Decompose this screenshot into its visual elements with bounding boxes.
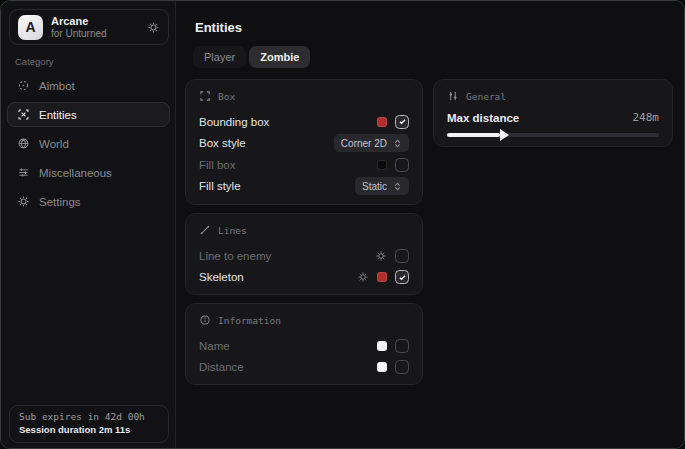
unfold-icon (393, 139, 402, 148)
box-style-dropdown[interactable]: Corner 2D (334, 134, 409, 152)
fill-style-dropdown[interactable]: Static (355, 177, 409, 195)
sidebar-item-label: World (39, 138, 69, 150)
information-card: Information Name Distance (185, 303, 423, 385)
general-card-title: General (466, 91, 506, 102)
crosshair-icon (17, 79, 30, 92)
info-icon (199, 314, 211, 326)
diagonal-line-icon (199, 224, 211, 236)
app-subtitle: for Unturned (51, 28, 139, 40)
color-swatch[interactable] (377, 272, 387, 282)
sidebar-item-label: Aimbot (39, 80, 75, 92)
sliders-icon (447, 90, 459, 102)
grid-icon (17, 166, 30, 179)
sidebar-nav: Aimbot Entities World (7, 73, 170, 218)
app-logo-card: A Arcane for Unturned (9, 9, 169, 45)
setting-row-fill-box: Fill box (199, 154, 409, 176)
corners-icon (199, 90, 211, 102)
subscription-footer: Sub expires in 42d 00h Session duration … (9, 405, 169, 443)
arcane-window: A Arcane for Unturned Category A (0, 0, 685, 449)
max-distance-value: 248m (633, 111, 660, 124)
bounding-box-checkbox[interactable] (395, 115, 409, 129)
gear-icon (17, 195, 30, 208)
general-card: General Max distance 248m (433, 79, 673, 147)
max-distance-slider[interactable] (447, 133, 659, 137)
scan-box-icon (17, 108, 30, 121)
color-swatch[interactable] (377, 341, 387, 351)
page-title: Entities (195, 20, 242, 35)
setting-row-box-style: Box style Corner 2D (199, 133, 409, 155)
setting-row-skeleton: Skeleton (199, 267, 409, 289)
globe-icon (17, 137, 30, 150)
main-content: Entities Player Zombie Box Bounding box (176, 1, 684, 448)
tab-zombie[interactable]: Zombie (249, 46, 310, 68)
sidebar-item-label: Settings (39, 196, 81, 208)
app-title: Arcane (51, 15, 139, 28)
max-distance-label: Max distance (447, 112, 633, 124)
sidebar-item-aimbot[interactable]: Aimbot (7, 73, 170, 98)
app-logo: A (18, 15, 43, 40)
gear-icon[interactable] (375, 250, 387, 262)
gear-icon[interactable] (357, 271, 369, 283)
setting-row-bounding-box: Bounding box (199, 111, 409, 133)
setting-row-name: Name (199, 335, 409, 357)
sidebar-item-entities[interactable]: Entities (7, 102, 170, 127)
fill-box-checkbox[interactable] (395, 158, 409, 172)
sidebar-item-settings[interactable]: Settings (7, 189, 170, 214)
session-duration-text: Session duration 2m 11s (19, 424, 159, 435)
color-swatch[interactable] (377, 160, 387, 170)
setting-row-distance: Distance (199, 357, 409, 379)
sidebar-item-miscellaneous[interactable]: Miscellaneous (7, 160, 170, 185)
gear-icon[interactable] (147, 21, 160, 34)
lines-card-title: Lines (218, 225, 247, 236)
skeleton-checkbox[interactable] (395, 270, 409, 284)
color-swatch[interactable] (377, 362, 387, 372)
sidebar: A Arcane for Unturned Category A (1, 1, 176, 448)
max-distance-fill (447, 133, 500, 137)
color-swatch[interactable] (377, 117, 387, 127)
box-card: Box Bounding box Box style Corner 2D (185, 79, 423, 205)
entity-tabs: Player Zombie (193, 46, 310, 68)
sidebar-item-label: Miscellaneous (39, 167, 112, 179)
tab-player[interactable]: Player (193, 46, 246, 68)
sidebar-item-world[interactable]: World (7, 131, 170, 156)
sidebar-item-label: Entities (39, 109, 77, 121)
box-card-title: Box (218, 91, 235, 102)
lines-card: Lines Line to enemy Skeleton (185, 213, 423, 295)
information-card-title: Information (218, 315, 281, 326)
setting-row-fill-style: Fill style Static (199, 176, 409, 198)
distance-checkbox[interactable] (395, 360, 409, 374)
category-label: Category (15, 56, 54, 67)
slider-thumb[interactable] (500, 129, 509, 141)
line-to-enemy-checkbox[interactable] (395, 249, 409, 263)
name-checkbox[interactable] (395, 339, 409, 353)
unfold-icon (393, 182, 402, 191)
setting-row-line-to-enemy: Line to enemy (199, 245, 409, 267)
sub-expiry-text: Sub expires in 42d 00h (19, 411, 159, 422)
